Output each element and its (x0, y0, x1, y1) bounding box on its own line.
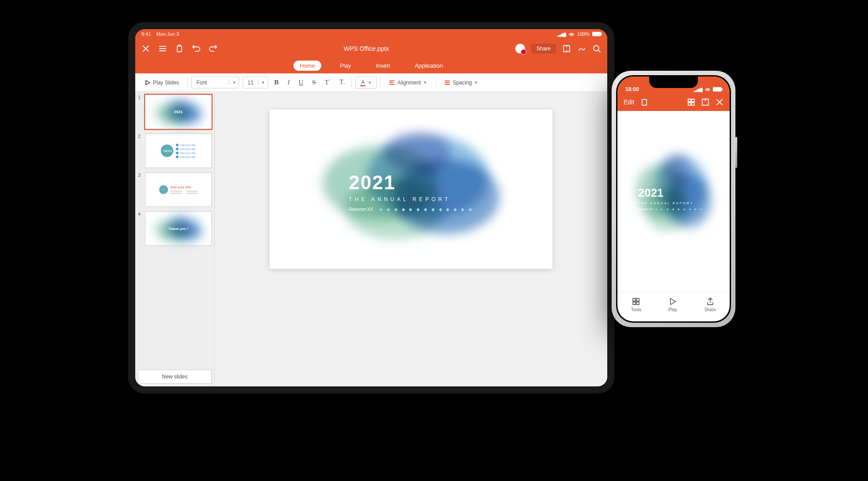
slide-panel: 1 2021 2 Catalog Add your title (135, 92, 215, 386)
thumb-title: Add your title (171, 185, 198, 189)
thumb-number: 4 (138, 211, 142, 246)
svg-point-2 (594, 46, 599, 51)
document-title: WPS Office.pptx (217, 45, 515, 52)
phone-screen: 18:00 Edit (617, 76, 730, 321)
tablet-device: 9:41 Mon Jun 3 100% WPS Office.pptx (128, 22, 614, 393)
play-icon (668, 297, 677, 306)
grid-icon[interactable] (687, 98, 695, 106)
phone-time: 18:00 (625, 86, 639, 92)
tablet-status-bar: 9:41 Mon Jun 3 100% (135, 29, 607, 39)
tab-insert[interactable]: Insert (369, 61, 396, 71)
separator (380, 78, 381, 88)
chevron-down-icon: ▼ (229, 80, 239, 85)
edit-button[interactable]: Edit (624, 99, 634, 106)
redo-icon[interactable] (209, 44, 217, 53)
battery-icon (592, 32, 601, 36)
svg-rect-11 (633, 302, 636, 305)
svg-rect-10 (636, 298, 639, 301)
phone-slide-content: 2021 THE ANNUAL REPORT Reporter:XX ◆ ◆ ◆… (638, 186, 709, 210)
thumbnail-list: 1 2021 2 Catalog Add your title (135, 92, 214, 367)
phone-device: 18:00 Edit (612, 71, 735, 327)
undo-icon[interactable] (192, 44, 201, 53)
phone-notch (649, 76, 698, 88)
phone-slide: 2021 THE ANNUAL REPORT Reporter:XX ◆ ◆ ◆… (627, 146, 720, 244)
workspace: 1 2021 2 Catalog Add your title (135, 92, 607, 386)
layout-icon[interactable] (562, 44, 571, 53)
thumb-number: 2 (138, 134, 142, 168)
avatar[interactable] (515, 44, 525, 53)
phone-slide-dots: ◆ ◆ ◆ ◆ ◆ ◆ ◆ ◆ ◆ ◆ (655, 207, 709, 210)
signal-icon (557, 31, 566, 37)
nav-share[interactable]: Share (704, 297, 716, 312)
alignment-button[interactable]: Alignment ▼ (384, 77, 432, 88)
svg-rect-9 (633, 298, 636, 301)
font-label: Font (192, 80, 211, 86)
clipboard-icon[interactable] (175, 44, 184, 53)
battery-percent: 100% (577, 31, 590, 37)
superscript-button[interactable]: T˄ (322, 79, 333, 86)
slide-content: 2021 THE ANNUAL REPORT Reporter:XX ◆ ◆ ◆… (349, 172, 473, 212)
thumb-title: 2021 (174, 110, 183, 114)
bold-button[interactable]: B (272, 79, 282, 86)
strikethrough-button[interactable]: S (309, 79, 318, 86)
slide-canvas[interactable]: 2021 THE ANNUAL REPORT Reporter:XX ◆ ◆ ◆… (215, 92, 607, 386)
nav-play-label: Play (669, 307, 677, 312)
layout-icon[interactable] (701, 98, 709, 106)
main-slide[interactable]: 2021 THE ANNUAL REPORT Reporter:XX ◆ ◆ ◆… (270, 110, 552, 269)
menu-icon[interactable] (158, 44, 167, 53)
slide-thumb-2[interactable]: 2 Catalog Add your title Add your title … (138, 134, 212, 168)
title-bar-left (141, 44, 217, 53)
svg-rect-6 (688, 103, 691, 105)
font-size-dropdown[interactable]: 11 ▼ (243, 76, 268, 88)
svg-rect-7 (692, 103, 694, 105)
nav-tools-label: Tools (631, 307, 641, 312)
font-color-button[interactable]: A ▼ (355, 76, 377, 89)
chevron-down-icon: ▼ (368, 80, 372, 85)
tab-home[interactable]: Home (293, 61, 321, 71)
tab-bar: Home Play Insert Application (135, 58, 607, 73)
alignment-label: Alignment (397, 80, 421, 86)
nav-tools[interactable]: Tools (631, 297, 641, 312)
nav-play[interactable]: Play (668, 297, 677, 312)
slide-thumb-1[interactable]: 1 2021 (138, 95, 212, 129)
slide-thumb-4[interactable]: 4 Thank you ! (138, 211, 212, 246)
slide-subtitle: THE ANNUAL REPORT (349, 196, 473, 202)
close-icon[interactable] (141, 44, 150, 53)
new-slides-button[interactable]: New slides (138, 370, 212, 384)
slide-thumb-3[interactable]: 3 Add your title (138, 172, 212, 207)
status-right: 100% (557, 31, 601, 37)
underline-button[interactable]: U (296, 79, 306, 86)
close-icon[interactable] (716, 98, 723, 106)
tablet-screen: 9:41 Mon Jun 3 100% WPS Office.pptx (135, 29, 607, 386)
status-date: Mon Jun 3 (156, 31, 179, 37)
clipboard-icon[interactable] (640, 98, 648, 106)
nav-share-label: Share (704, 307, 716, 312)
share-button[interactable]: Share (531, 44, 556, 53)
spacing-button[interactable]: Spacing ▼ (439, 77, 483, 88)
italic-button[interactable]: I (285, 79, 293, 86)
svg-rect-0 (177, 46, 182, 52)
share-icon (706, 297, 715, 306)
formatting-toolbar: Play Slides Font ▼ 11 ▼ B I U S T˄ T˅ A … (135, 73, 607, 92)
thumb-preview: Thank you ! (145, 211, 212, 246)
slide-reporter: Reporter:XX (349, 207, 373, 212)
svg-rect-12 (636, 302, 639, 305)
thumb-preview: Add your title (145, 172, 212, 207)
signal-icon (694, 86, 702, 92)
tab-play[interactable]: Play (334, 61, 357, 71)
font-dropdown[interactable]: Font ▼ (191, 76, 239, 88)
thumb-label: Catalog (161, 145, 173, 157)
search-icon[interactable] (592, 44, 601, 53)
battery-icon (713, 87, 722, 92)
phone-title-bar: Edit (617, 93, 730, 111)
subscript-button[interactable]: T˅ (337, 78, 348, 87)
play-slides-button[interactable]: Play Slides (140, 77, 184, 88)
pen-icon[interactable] (577, 44, 586, 53)
svg-rect-4 (688, 99, 691, 102)
slide-dots: ◆ ◆ ◆ ◆ ◆ ◆ ◆ ◆ ◆ ◆ ◆ ◆ ◆ (379, 207, 473, 212)
chevron-down-icon: ▼ (423, 80, 427, 85)
chevron-down-icon: ▼ (474, 80, 478, 85)
phone-canvas[interactable]: 2021 THE ANNUAL REPORT Reporter:XX ◆ ◆ ◆… (617, 111, 730, 291)
thumb-preview: 2021 (145, 95, 212, 129)
tab-application[interactable]: Application (408, 61, 449, 71)
